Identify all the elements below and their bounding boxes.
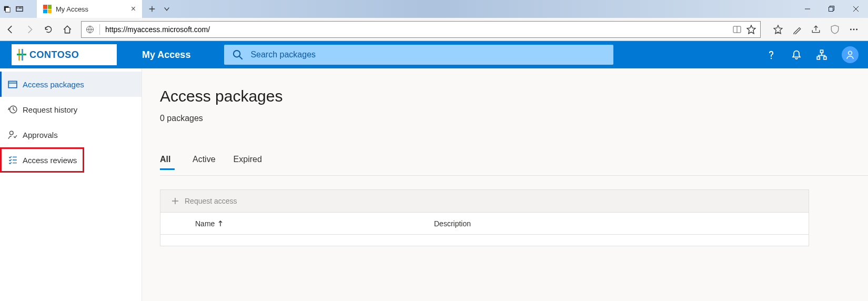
sort-asc-icon [218,220,223,227]
plus-icon [171,197,179,205]
sidebar-item-approvals[interactable]: Approvals [0,122,142,147]
sidebar: Access packages Request history Approval… [0,68,142,301]
svg-rect-16 [8,81,17,87]
sidebar-item-label: Access reviews [23,156,77,165]
table-header: Name Description [160,213,809,235]
search-icon [233,49,243,60]
request-access-button[interactable]: Request access [185,197,237,205]
svg-point-9 [856,28,857,30]
contoso-logo-icon [17,49,26,61]
close-tab-button[interactable]: × [131,4,136,14]
package-count: 0 packages [160,114,868,123]
column-name[interactable]: Name [160,219,434,228]
notes-icon[interactable] [792,25,802,34]
sidebar-item-label: Access packages [23,80,84,89]
tab-title: My Access [56,5,127,13]
main-content: Access packages 0 packages All Active Ex… [142,68,868,301]
more-icon[interactable] [849,25,859,34]
search-input[interactable] [250,50,605,59]
command-bar: Request access [160,189,809,213]
svg-rect-12 [821,50,823,53]
favorite-star-icon[interactable] [746,25,756,34]
svg-point-7 [850,28,852,30]
history-icon [8,105,17,114]
tab-active[interactable]: Active [193,155,216,175]
svg-point-8 [853,28,855,30]
search-box[interactable] [224,45,613,65]
table-body-empty [160,235,809,246]
tab-actions-button[interactable] [163,5,170,13]
sidebar-item-label: Request history [23,105,77,114]
window-close-button[interactable] [844,0,868,18]
svg-rect-4 [829,7,833,12]
sidebar-item-request-history[interactable]: Request history [0,97,142,122]
sidebar-item-access-reviews[interactable]: Access reviews [0,147,84,173]
svg-point-18 [9,131,13,135]
tab-all[interactable]: All [160,155,175,175]
svg-rect-14 [824,57,826,59]
sidebar-item-access-packages[interactable]: Access packages [0,72,142,97]
browser-toolbar [0,18,868,41]
home-button[interactable] [62,24,73,35]
back-button[interactable] [5,24,16,35]
notifications-button[interactable] [791,49,802,60]
app-title: My Access [142,49,190,61]
forward-button[interactable] [24,24,35,35]
svg-rect-2 [16,7,23,12]
tab-expired[interactable]: Expired [234,155,262,175]
favorites-icon[interactable] [773,25,783,34]
page-title: Access packages [160,87,868,105]
svg-rect-13 [817,57,820,59]
window-titlebar: My Access × [0,0,868,18]
task-switch-icon[interactable] [16,5,23,13]
app-header: CONTOSO My Access [0,41,868,68]
new-tab-button[interactable] [148,5,156,13]
brand-logo[interactable]: CONTOSO [12,44,117,65]
svg-point-15 [849,51,852,55]
url-input[interactable] [105,25,728,34]
globe-icon [86,25,94,34]
user-avatar[interactable] [842,46,859,63]
app-icon [3,5,11,13]
sidebar-item-label: Approvals [23,131,58,139]
svg-point-11 [771,58,772,59]
checklist-icon [8,155,17,165]
address-bar[interactable] [81,21,761,38]
svg-rect-1 [5,7,10,12]
browser-tab[interactable]: My Access × [37,0,142,18]
ms-logo-icon [43,5,52,13]
filter-tabs: All Active Expired [160,155,868,176]
help-button[interactable] [766,49,776,60]
column-description[interactable]: Description [434,219,809,228]
window-restore-button[interactable] [820,0,844,18]
reading-view-icon[interactable] [733,25,741,34]
security-icon[interactable] [830,25,840,34]
package-icon [8,79,17,89]
share-icon[interactable] [811,25,821,34]
svg-point-10 [234,51,240,57]
app-body: Access packages Request history Approval… [0,68,868,301]
divider [99,24,100,35]
org-button[interactable] [816,49,827,60]
person-check-icon [8,130,17,139]
window-minimize-button[interactable] [795,0,820,18]
brand-name: CONTOSO [29,49,79,61]
refresh-button[interactable] [43,24,54,35]
